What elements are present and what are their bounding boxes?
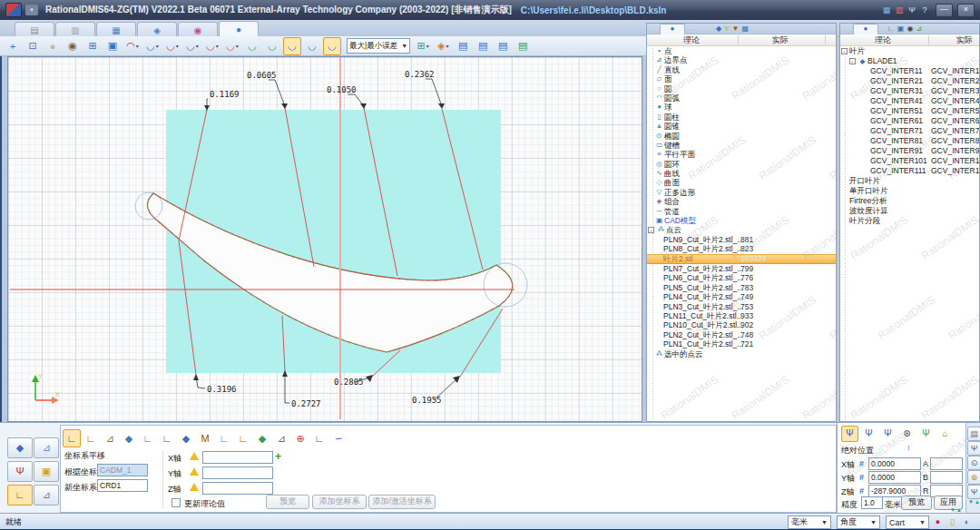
point-cloud-item[interactable]: PLN4_Cut_叶片2.stl_...749 <box>647 292 836 301</box>
feature-item[interactable]: ◠圆弧 <box>647 93 836 103</box>
fixture-button[interactable]: ⊿ <box>34 437 59 458</box>
feature-item[interactable]: ●球 <box>647 103 836 112</box>
feature-item[interactable]: ▲圆锥 <box>647 122 836 131</box>
import-cloud-icon[interactable]: ▤ <box>474 37 492 55</box>
app-icon[interactable] <box>5 3 22 17</box>
feature-grid-icon[interactable]: ▦ <box>741 25 749 33</box>
blade-tool-item[interactable]: 叶片分段 <box>840 216 979 226</box>
grab-icon[interactable]: ● <box>44 37 62 55</box>
cloud-fit-icon[interactable]: ◡ <box>263 37 281 55</box>
csys-level-icon[interactable]: ⊿ <box>272 429 290 447</box>
minimize-button[interactable]: — <box>936 4 953 17</box>
feature-item[interactable]: •点 <box>647 46 836 55</box>
cloud-smooth-icon[interactable]: ◡ <box>303 37 321 55</box>
blade-root[interactable]: -叶片 <box>840 46 979 56</box>
feature-item[interactable]: ◇曲面 <box>647 178 836 187</box>
cloud-align-icon[interactable]: ◡ <box>243 37 261 55</box>
coord-mode-select[interactable]: Cart▼ <box>886 515 929 529</box>
units-select[interactable]: 毫米▼ <box>788 515 831 529</box>
point-cloud-item[interactable]: PLN9_Cut_叶片2.stl_...881 <box>647 235 836 244</box>
graphics-viewport[interactable]: 0.1169 0.0605 0.1050 0.2362 0.3196 0.272… <box>7 56 642 422</box>
blade-tool-item[interactable]: 单开口叶片 <box>840 186 979 196</box>
csys-translate-icon[interactable]: ∟ <box>63 429 81 447</box>
probe-panel-icon[interactable]: Ψ <box>967 441 980 456</box>
tab-render[interactable]: ◉ <box>178 22 218 37</box>
col-actual[interactable]: 实际 <box>772 34 789 45</box>
point-cloud-item[interactable]: 叶片2.stl163424 <box>647 254 836 264</box>
close-button[interactable]: × <box>957 4 975 17</box>
cloud-section-icon[interactable]: ◡ <box>283 37 301 55</box>
cloud-split-icon[interactable]: ◡▾ <box>183 37 201 55</box>
open-cloud-icon[interactable]: ◈▾ <box>434 37 452 55</box>
inspect-icon[interactable]: ⊙ <box>967 456 980 470</box>
tab-pointcloud[interactable]: ● <box>219 21 259 37</box>
swap-axes-icon[interactable]: ↕ <box>906 443 911 452</box>
strip-pager-icon[interactable]: ▼▲ <box>968 499 980 505</box>
blade-flag-icon[interactable]: ⊿ <box>916 25 922 33</box>
csys-bestfit-icon[interactable]: ◆ <box>120 429 138 447</box>
tab-probe[interactable]: ◈ <box>137 22 177 37</box>
error-mode-select[interactable]: 最大|最小误差▼ <box>347 38 410 54</box>
blade-tab-icon[interactable]: ● <box>853 24 878 34</box>
csys-mirror-icon[interactable]: ∽ <box>329 429 348 447</box>
blade-axes-icon[interactable]: ∟ <box>887 25 895 33</box>
cloud-delete-icon[interactable]: ◡▾ <box>163 37 181 55</box>
feature-item[interactable]: ◎圆环 <box>647 160 836 169</box>
probe-button[interactable]: Ψ <box>7 461 33 482</box>
preview-button[interactable]: 预览 <box>266 495 309 509</box>
csys-plane-axis-icon[interactable]: ∟ <box>158 429 176 447</box>
point-cloud-root[interactable]: -⁂点云 <box>647 225 836 234</box>
point-cloud-item[interactable]: PLN8_Cut_叶片2.stl_...823 <box>647 244 836 253</box>
joystick-icon[interactable]: ⊛ <box>898 426 916 442</box>
feature-item[interactable]: ○圆 <box>647 84 836 93</box>
settings-icon[interactable]: ⊛ <box>967 470 980 485</box>
pan-icon[interactable]: + <box>4 37 22 55</box>
cad-model-item[interactable]: ▣CAD模型 <box>647 216 836 225</box>
point-cloud-item[interactable]: PLN11_Cut_叶片2.stl...933 <box>647 311 836 320</box>
tab-machine[interactable]: ▤ <box>15 22 54 37</box>
position-preview-button[interactable]: 预览 <box>901 496 932 510</box>
save-cloud-icon[interactable]: ▤ <box>454 37 472 55</box>
csys-rotate-icon[interactable]: ∟ <box>82 429 100 447</box>
csys-matrix-icon[interactable]: M <box>196 429 214 447</box>
csys-button[interactable]: ∟ <box>7 485 33 505</box>
tab-view[interactable]: ▦ <box>96 22 136 37</box>
point-cloud-item[interactable]: PLN6_Cut_叶片2.stl_...776 <box>647 273 836 282</box>
feature-item[interactable]: ⊙椭圆 <box>647 132 836 141</box>
probe-status-icon[interactable]: Ψ <box>906 5 918 15</box>
selected-cloud-item[interactable]: ⁂选中的点云 <box>647 349 836 358</box>
col-actual[interactable]: 实际 <box>956 34 973 45</box>
csys-rst-icon[interactable]: ∟ <box>234 429 252 447</box>
gcv-section-row[interactable]: GCV_INTER111GCV_INTER111 <box>840 166 979 176</box>
dmis-mode-button[interactable]: ◆ <box>7 437 33 458</box>
add-csys-button[interactable]: 添加坐标系 <box>312 495 367 509</box>
probe-mode-icon[interactable]: Ψ <box>841 426 858 442</box>
pos-angle-field[interactable] <box>930 471 963 484</box>
send-cloud-icon[interactable]: ▤ <box>514 37 532 55</box>
feature-cube-icon[interactable]: ◆ <box>716 25 721 33</box>
zoom-window-icon[interactable]: ⊡ <box>24 37 42 55</box>
csys-321-icon[interactable]: ⊿ <box>101 429 119 447</box>
csys-datum-icon[interactable]: ⊕ <box>291 429 309 447</box>
hash-icon[interactable]: # <box>859 473 864 482</box>
cloud-merge-icon[interactable]: ◡▾ <box>203 37 221 55</box>
point-cloud-item[interactable]: PLN5_Cut_叶片2.stl_...783 <box>647 283 836 292</box>
blade-tool-item[interactable]: Firtree分析 <box>840 196 979 206</box>
stop-icon[interactable]: ● <box>932 516 944 528</box>
axis-input-X轴[interactable] <box>202 451 273 464</box>
feature-item[interactable]: ∽管道 <box>647 207 836 216</box>
feature-item[interactable]: ▭键槽 <box>647 141 836 150</box>
mode-icon[interactable]: ◐ <box>961 516 973 528</box>
cloud-brush-icon[interactable]: ◠▾ <box>123 37 142 55</box>
csys-cube-icon[interactable]: ◆ <box>177 429 195 447</box>
feature-item[interactable]: ∿曲线 <box>647 169 836 178</box>
layout-icon[interactable]: ▦ <box>880 5 893 15</box>
select-region-icon[interactable]: ⊞ <box>83 37 102 55</box>
blade-tool-item[interactable]: 开口叶片 <box>840 176 979 186</box>
feature-item[interactable]: ⊿边界点 <box>647 55 836 64</box>
point-cloud-item[interactable]: PLN2_Cut_叶片2.stl_...748 <box>647 330 836 339</box>
cloud-compare-icon[interactable]: ◡ <box>323 37 341 55</box>
home-icon[interactable]: ⌂ <box>936 426 954 442</box>
add-value-icon[interactable]: + <box>275 450 281 463</box>
delete-feature-icon[interactable]: ▼ <box>732 25 740 33</box>
